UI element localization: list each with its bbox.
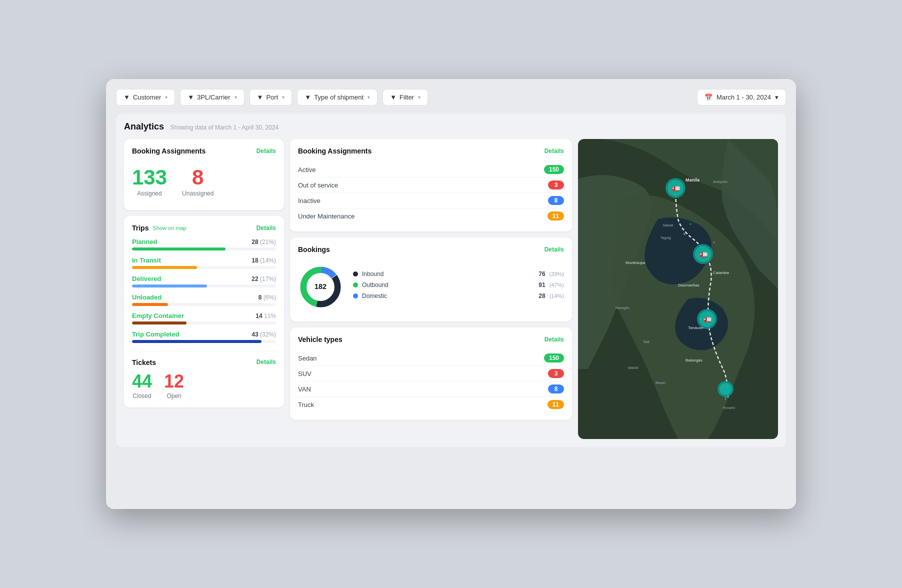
- svg-text:Taguig: Taguig: [660, 236, 671, 240]
- svg-text:Rosario: Rosario: [723, 406, 735, 410]
- trips-details-link[interactable]: Details: [256, 224, 276, 232]
- trips-header: Trips Show on map Details: [132, 224, 276, 232]
- domestic-count: 28: [538, 292, 545, 300]
- svg-text:Manila: Manila: [686, 178, 700, 182]
- outbound-count: 91: [538, 282, 545, 288]
- trips-title: Trips: [132, 224, 148, 232]
- customer-label: Customer: [133, 94, 161, 101]
- svg-text:Dasmariñas: Dasmariñas: [678, 283, 700, 288]
- vehicle-row-van: VAN 8: [298, 382, 564, 397]
- svg-point-30: [684, 233, 686, 235]
- analytics-title: Analytics: [124, 122, 164, 132]
- booking-row-maintenance: Under Maintenance 11: [298, 208, 564, 224]
- trip-row-empty-container: Empty Container 14 11%: [132, 312, 276, 324]
- carrier-filter[interactable]: ▼ 3PL/Carrier ▾: [180, 89, 244, 106]
- trip-name-empty-container: Empty Container: [132, 312, 184, 320]
- booking-row-active: Active 150: [298, 162, 564, 178]
- svg-text:Muntinlupa: Muntinlupa: [626, 260, 646, 265]
- bookings-card: Bookings Details 182: [290, 238, 572, 322]
- outbound-pct: (47%): [550, 282, 564, 288]
- booking-mid-title: Booking Assignments: [298, 147, 372, 155]
- assigned-count: 133: [132, 167, 167, 188]
- out-of-service-label: Out of service: [298, 182, 338, 189]
- active-label: Active: [298, 166, 316, 174]
- vehicle-title: Vehicle types: [298, 336, 342, 344]
- date-range-picker[interactable]: 📅 March 1 - 30, 2024 ▾: [697, 89, 786, 106]
- calendar-icon: 📅: [704, 94, 712, 101]
- trip-name-completed: Trip Completed: [132, 330, 180, 338]
- svg-text:182: 182: [314, 282, 326, 290]
- tickets-title: Tickets: [132, 358, 156, 366]
- svg-text:🚛: 🚛: [672, 184, 680, 192]
- booking-assignments-details-link[interactable]: Details: [256, 148, 276, 154]
- vehicle-row-sedan: Sedan 150: [298, 350, 564, 366]
- van-badge: 8: [548, 384, 564, 394]
- svg-text:Antipolo: Antipolo: [713, 180, 728, 184]
- svg-text:Tanauan: Tanauan: [688, 326, 704, 330]
- sedan-label: Sedan: [298, 354, 317, 362]
- booking-assignments-card: Booking Assignments Details 133 Assigned…: [124, 139, 284, 210]
- booking-assignments-header: Booking Assignments Details: [132, 147, 276, 155]
- filter-label: Filter: [400, 94, 414, 101]
- trips-title-group: Trips Show on map: [132, 224, 186, 232]
- booking-mid-header: Booking Assignments Details: [298, 147, 564, 155]
- svg-text:Mabini: Mabini: [628, 366, 638, 370]
- outbound-dot: [353, 282, 358, 288]
- trip-count-completed: 43 (32%): [252, 331, 276, 338]
- booking-assignments-title: Booking Assignments: [132, 147, 206, 155]
- bookings-details-link[interactable]: Details: [544, 246, 564, 253]
- date-range-label: March 1 - 30, 2024: [716, 94, 771, 101]
- trip-name-delivered: Delivered: [132, 275, 162, 282]
- booking-mid-details-link[interactable]: Details: [544, 148, 564, 154]
- svg-text:Makati: Makati: [663, 224, 674, 227]
- svg-text:Taal: Taal: [643, 340, 650, 344]
- trip-count-delivered: 22 (17%): [252, 276, 276, 282]
- trip-row-intransit: In Transit 18 (14%): [132, 256, 276, 269]
- unassigned-count: 8: [182, 167, 214, 188]
- map-panel: 🚛 🚛 🚛: [578, 139, 778, 439]
- closed-label: Closed: [132, 392, 152, 400]
- svg-text:🚛: 🚛: [703, 315, 712, 324]
- trip-count-unloaded: 8 (6%): [258, 294, 276, 301]
- trip-name-intransit: In Transit: [132, 256, 161, 264]
- vehicle-types-card: Vehicle types Details Sedan 150 SUV 3: [290, 328, 572, 420]
- show-on-map-link[interactable]: Show on map: [152, 225, 186, 231]
- domestic-dot: [353, 294, 358, 298]
- out-of-service-badge: 3: [548, 180, 564, 190]
- svg-text:Calamba: Calamba: [713, 270, 730, 275]
- trip-name-unloaded: Unloaded: [132, 294, 162, 301]
- booking-rows-list: Active 150 Out of service 3 Inactive 8: [298, 162, 564, 224]
- generic-filter[interactable]: ▼ Filter ▾: [382, 89, 428, 106]
- open-count: 12: [164, 372, 184, 390]
- customer-filter[interactable]: ▼ Customer ▾: [116, 89, 175, 106]
- chevron-down-icon2: ▾: [234, 94, 237, 100]
- svg-text:Bauan: Bauan: [656, 381, 666, 384]
- svg-point-31: [690, 224, 692, 225]
- svg-text:🚛: 🚛: [699, 250, 708, 258]
- trips-list: Planned 28 (21%) In Transit 18 (14%): [132, 238, 276, 343]
- trip-count-intransit: 18 (14%): [252, 257, 276, 264]
- port-label: Port: [266, 94, 278, 101]
- trip-row-planned: Planned 28 (21%): [132, 238, 276, 250]
- trips-card: Trips Show on map Details Planned 28 (21…: [124, 216, 284, 408]
- inbound-dot: [353, 272, 358, 276]
- booking-row-out-of-service: Out of service 3: [298, 178, 564, 193]
- tickets-details-link[interactable]: Details: [256, 358, 276, 366]
- vehicle-details-link[interactable]: Details: [544, 336, 564, 343]
- donut-legend: Inbound 76 (39%) Outbound 91 (47%): [353, 270, 564, 304]
- booking-row-inactive: Inactive 8: [298, 193, 564, 208]
- vehicle-header: Vehicle types Details: [298, 336, 564, 344]
- legend-outbound: Outbound 91 (47%): [353, 282, 564, 288]
- suv-label: SUV: [298, 370, 312, 378]
- port-filter[interactable]: ▼ Port ▾: [250, 89, 292, 106]
- shipment-filter[interactable]: ▼ Type of shipment ▾: [297, 89, 378, 106]
- inactive-label: Inactive: [298, 197, 320, 204]
- left-column: Booking Assignments Details 133 Assigned…: [124, 139, 284, 439]
- chevron-down-icon3: ▾: [282, 94, 284, 100]
- vehicle-row-suv: SUV 3: [298, 366, 564, 382]
- inbound-count: 76: [538, 270, 545, 278]
- shipment-label: Type of shipment: [314, 94, 364, 101]
- svg-point-32: [714, 242, 715, 244]
- inactive-badge: 8: [548, 196, 564, 205]
- outbound-label: Outbound: [362, 282, 534, 288]
